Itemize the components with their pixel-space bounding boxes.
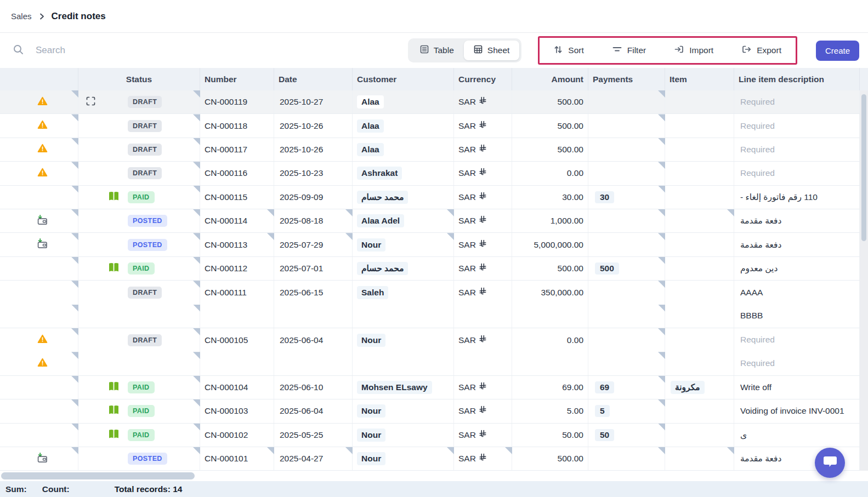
- cell-c1[interactable]: [0, 257, 78, 280]
- cell-customer[interactable]: Mohsen ELsawy: [353, 376, 454, 399]
- cell-c1[interactable]: [0, 399, 78, 422]
- cell-payments[interactable]: [588, 447, 665, 470]
- cell-c1[interactable]: [0, 186, 78, 209]
- cell-status[interactable]: POSTED: [78, 447, 200, 470]
- table-row[interactable]: POSTEDCN-0001142025-08-18Alaa AdelSAR1,0…: [0, 209, 860, 233]
- column-header-customer[interactable]: Customer: [353, 68, 454, 90]
- table-row[interactable]: PAIDCN-0001022025-05-25NourSAR50.0050ى: [0, 424, 860, 447]
- cell-date[interactable]: 2025-06-04: [274, 328, 353, 375]
- cell-number[interactable]: CN-000103: [200, 399, 274, 422]
- cell-item[interactable]: مكرونة: [665, 376, 734, 399]
- column-header-currency[interactable]: Currency: [454, 68, 512, 90]
- cell-item[interactable]: [665, 114, 734, 137]
- cell-amount[interactable]: 0.00: [512, 328, 588, 375]
- sort-button[interactable]: Sort: [554, 45, 583, 56]
- table-row[interactable]: POSTEDCN-0001132025-07-29NourSAR5,000,00…: [0, 233, 860, 256]
- table-row[interactable]: PAIDCN-0001152025-09-09محمد حسامSAR30.00…: [0, 186, 860, 209]
- column-header-number[interactable]: Number: [200, 68, 274, 90]
- column-header-item[interactable]: Item: [665, 68, 734, 90]
- cell-date[interactable]: 2025-10-26: [274, 138, 353, 161]
- cell-desc[interactable]: Required: [734, 138, 860, 161]
- cell-c1[interactable]: [0, 376, 78, 399]
- cell-item[interactable]: [665, 399, 734, 422]
- cell-date[interactable]: 2025-05-25: [274, 424, 353, 447]
- create-button[interactable]: Create: [816, 41, 859, 61]
- cell-item[interactable]: [665, 90, 734, 113]
- cell-payments[interactable]: [588, 138, 665, 161]
- cell-amount[interactable]: 69.00: [512, 376, 588, 399]
- cell-currency[interactable]: SAR: [454, 209, 512, 232]
- vertical-scrollbar-thumb[interactable]: [861, 94, 866, 241]
- cell-customer[interactable]: Nour: [353, 233, 454, 256]
- cell-number[interactable]: CN-000117: [200, 138, 274, 161]
- cell-currency[interactable]: SAR: [454, 233, 512, 256]
- cell-amount[interactable]: 30.00: [512, 186, 588, 209]
- cell-c1[interactable]: [0, 138, 78, 161]
- cell-number[interactable]: CN-000118: [200, 114, 274, 137]
- cell-payments[interactable]: [588, 209, 665, 232]
- export-button[interactable]: Export: [742, 45, 781, 56]
- cell-desc[interactable]: RequiredRequired: [734, 328, 860, 375]
- cell-c1[interactable]: [0, 233, 78, 256]
- table-row[interactable]: DRAFTCN-0001172025-10-26AlaaSAR500.00Req…: [0, 138, 860, 162]
- cell-amount[interactable]: 500.00: [512, 114, 588, 137]
- cell-customer[interactable]: Alaa: [353, 114, 454, 137]
- cell-desc[interactable]: دفعة مقدمة: [734, 233, 860, 256]
- cell-payments[interactable]: 500: [588, 257, 665, 280]
- cell-date[interactable]: 2025-10-26: [274, 114, 353, 137]
- cell-c1[interactable]: [0, 281, 78, 328]
- cell-desc[interactable]: Required: [734, 162, 860, 185]
- column-header-icons[interactable]: [0, 68, 78, 90]
- cell-number[interactable]: CN-000112: [200, 257, 274, 280]
- cell-number[interactable]: CN-000105: [200, 328, 274, 375]
- cell-amount[interactable]: 500.00: [512, 90, 588, 113]
- cell-amount[interactable]: 350,000.00: [512, 281, 588, 328]
- cell-item[interactable]: [665, 447, 734, 470]
- cell-currency[interactable]: SAR: [454, 328, 512, 375]
- filter-button[interactable]: Filter: [612, 45, 646, 55]
- cell-status[interactable]: DRAFT: [78, 328, 200, 375]
- column-header-desc[interactable]: Line item description: [734, 68, 860, 90]
- cell-desc[interactable]: دين معدوم: [734, 257, 860, 280]
- cell-currency[interactable]: SAR: [454, 90, 512, 113]
- cell-status[interactable]: DRAFT: [78, 162, 200, 185]
- cell-payments[interactable]: [588, 114, 665, 137]
- cell-status[interactable]: PAID: [78, 399, 200, 422]
- cell-currency[interactable]: SAR: [454, 162, 512, 185]
- cell-date[interactable]: 2025-08-18: [274, 209, 353, 232]
- cell-amount[interactable]: 50.00: [512, 424, 588, 447]
- cell-customer[interactable]: Nour: [353, 424, 454, 447]
- search-input[interactable]: [36, 45, 266, 56]
- table-row[interactable]: DRAFTCN-0001192025-10-27AlaaSAR500.00Req…: [0, 90, 860, 114]
- cell-currency[interactable]: SAR: [454, 281, 512, 328]
- cell-c1[interactable]: [0, 114, 78, 137]
- cell-status[interactable]: DRAFT: [78, 114, 200, 137]
- cell-number[interactable]: CN-000111: [200, 281, 274, 328]
- table-row[interactable]: PAIDCN-0001122025-07-01محمد حسامSAR500.0…: [0, 257, 860, 281]
- cell-number[interactable]: CN-000119: [200, 90, 274, 113]
- cell-customer[interactable]: Ashrakat: [353, 162, 454, 185]
- cell-status[interactable]: POSTED: [78, 233, 200, 256]
- cell-date[interactable]: 2025-06-04: [274, 399, 353, 422]
- table-row[interactable]: POSTEDCN-0001012025-04-27NourSAR500.00دف…: [0, 447, 860, 471]
- cell-item[interactable]: [665, 138, 734, 161]
- cell-amount[interactable]: 1,000.00: [512, 209, 588, 232]
- cell-date[interactable]: 2025-06-15: [274, 281, 353, 328]
- cell-c1[interactable]: [0, 328, 78, 375]
- horizontal-scrollbar[interactable]: [0, 471, 868, 481]
- cell-payments[interactable]: [588, 233, 665, 256]
- cell-item[interactable]: [665, 424, 734, 447]
- cell-customer[interactable]: Alaa: [353, 138, 454, 161]
- import-button[interactable]: Import: [674, 45, 713, 56]
- column-header-amount[interactable]: Amount: [512, 68, 588, 90]
- cell-status[interactable]: DRAFT: [78, 90, 200, 113]
- chat-launcher[interactable]: [815, 448, 845, 478]
- cell-item[interactable]: [665, 186, 734, 209]
- cell-currency[interactable]: SAR: [454, 376, 512, 399]
- cell-status[interactable]: DRAFT: [78, 138, 200, 161]
- cell-item[interactable]: [665, 162, 734, 185]
- cell-payments[interactable]: [588, 90, 665, 113]
- cell-customer[interactable]: محمد حسام: [353, 186, 454, 209]
- cell-amount[interactable]: 500.00: [512, 138, 588, 161]
- cell-date[interactable]: 2025-04-27: [274, 447, 353, 470]
